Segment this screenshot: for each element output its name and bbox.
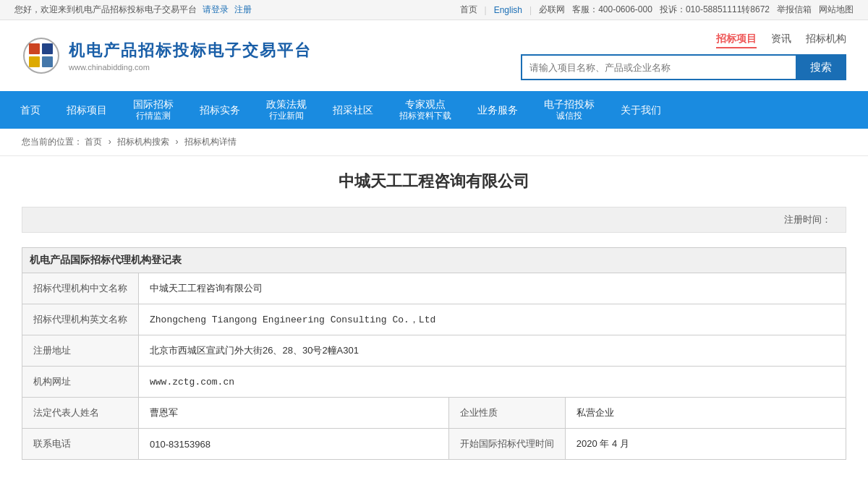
breadcrumb-sep2: ›: [175, 137, 178, 147]
reg-time-bar: 注册时间：: [22, 207, 846, 233]
reg-time-label: 注册时间：: [784, 214, 831, 225]
logo-subtitle: www.chinabidding.com: [69, 63, 312, 72]
label-legal-rep: 法定代表人姓名: [22, 398, 139, 429]
nav-guoji-zhaobiao[interactable]: 国际招标 行情监测: [120, 91, 187, 129]
top-bar-left: 您好，欢迎来到机电产品招标投标电子交易平台 请登录 注册: [14, 4, 252, 16]
breadcrumb: 您当前的位置： 首页 › 招标机构搜索 › 招标机构详情: [0, 129, 868, 156]
nav-yewu-label: 业务服务: [477, 103, 518, 116]
top-bar-right: 首页 | English | 必联网 客服：400-0606-000 投诉：01…: [460, 4, 854, 16]
breadcrumb-search[interactable]: 招标机构搜索: [117, 137, 169, 147]
table-section-header: 机电产品国际招标代理机构登记表: [22, 247, 846, 273]
search-box: 搜索: [521, 54, 846, 80]
nav-dianzi-sub: 诚信投: [556, 111, 582, 122]
info-table: 招标代理机构中文名称 中城天工工程咨询有限公司 招标代理机构英文名称 Zhong…: [22, 273, 846, 460]
svg-rect-4: [42, 56, 53, 67]
nav-guanyu-label: 关于我们: [621, 103, 661, 116]
table-row: 联系电话 010-83153968 开始国际招标代理时间 2020 年 4 月: [22, 429, 846, 460]
register-link[interactable]: 注册: [234, 4, 252, 16]
value-enterprise-type: 私营企业: [565, 398, 846, 429]
company-title: 中城天工工程咨询有限公司: [22, 171, 846, 192]
table-row: 机构网址 www.zctg.com.cn: [22, 367, 846, 398]
nav-zhengce-sub: 行业新闻: [269, 111, 304, 122]
nav-zhaobiao-xiangmu[interactable]: 招标项目: [54, 91, 120, 129]
label-chinese-name: 招标代理机构中文名称: [22, 273, 139, 304]
table-row: 注册地址 北京市西城区宣武门外大街26、28、30号2幢A301: [22, 335, 846, 367]
nav-zhaobiao-xiangmu-label: 招标项目: [67, 103, 107, 116]
nav-home[interactable]: 首页: [7, 91, 54, 129]
divider2: |: [529, 5, 532, 15]
svg-point-0: [24, 38, 59, 73]
label-address: 注册地址: [22, 335, 139, 367]
welcome-text: 您好，欢迎来到机电产品招标投标电子交易平台: [14, 4, 197, 16]
search-tabs: 招标项目 资讯 招标机构: [716, 31, 846, 48]
table-row: 法定代表人姓名 曹恩军 企业性质 私营企业: [22, 398, 846, 429]
nav-zhuanjia-guandian[interactable]: 专家观点 招标资料下载: [386, 91, 464, 129]
breadcrumb-home[interactable]: 首页: [85, 137, 102, 147]
main-content: 中城天工工程咨询有限公司 注册时间： 机电产品国际招标代理机构登记表 招标代理机…: [0, 156, 868, 474]
breadcrumb-sep1: ›: [109, 137, 111, 147]
value-phone: 010-83153968: [139, 429, 449, 460]
divider1: |: [485, 5, 487, 15]
complaint: 投诉：010-58851111转8672: [660, 4, 770, 16]
label-enterprise-type: 企业性质: [448, 398, 565, 429]
search-area: 招标项目 资讯 招标机构 搜索: [521, 31, 846, 80]
nav-zhaocai-shequ[interactable]: 招采社区: [320, 91, 386, 129]
nav-zhuanjia-label: 专家观点: [405, 98, 446, 111]
main-nav: 首页 招标项目 国际招标 行情监测 招标实务 政策法规 行业新闻 招采社区 专家…: [0, 91, 868, 129]
nav-zhengce-fagui[interactable]: 政策法规 行业新闻: [253, 91, 320, 129]
search-input[interactable]: [521, 54, 796, 80]
value-english-name: Zhongcheng Tiangong Engineering Consulti…: [139, 304, 846, 335]
nav-shiwu-label: 招标实务: [200, 103, 240, 116]
nav-zhuanjia-sub: 招标资料下载: [399, 111, 451, 122]
logo-icon: [22, 36, 61, 76]
logo-title: 机电产品招标投标电子交易平台: [69, 40, 312, 61]
label-start-time: 开始国际招标代理时间: [448, 429, 565, 460]
english-link[interactable]: English: [494, 5, 522, 15]
nav-guanyu-women[interactable]: 关于我们: [608, 91, 674, 129]
nav-home-label: 首页: [20, 103, 41, 116]
value-legal-rep: 曹恩军: [139, 398, 449, 429]
tab-zixun[interactable]: 资讯: [771, 31, 791, 48]
tab-zhaobiao-xiangmu[interactable]: 招标项目: [716, 31, 757, 48]
svg-rect-1: [29, 43, 40, 54]
nav-zhaobiao-shiwu[interactable]: 招标实务: [187, 91, 253, 129]
nav-guoji-sub: 行情监测: [136, 111, 171, 122]
home-link[interactable]: 首页: [460, 4, 477, 16]
breadcrumb-label: 您当前的位置：: [22, 137, 82, 147]
breadcrumb-current: 招标机构详情: [184, 137, 237, 147]
tab-zhaobiao-jigou[interactable]: 招标机构: [806, 31, 846, 48]
sitemap-link[interactable]: 网站地图: [819, 4, 854, 16]
value-address: 北京市西城区宣武门外大街26、28、30号2幢A301: [139, 335, 846, 367]
nav-yewu-fuwu[interactable]: 业务服务: [464, 91, 531, 129]
nav-shequ-label: 招采社区: [333, 103, 373, 116]
label-website: 机构网址: [22, 367, 139, 398]
login-link[interactable]: 请登录: [203, 4, 229, 16]
search-button[interactable]: 搜索: [796, 54, 846, 80]
table-row: 招标代理机构英文名称 Zhongcheng Tiangong Engineeri…: [22, 304, 846, 335]
logo-area: 机电产品招标投标电子交易平台 www.chinabidding.com: [22, 36, 312, 76]
nav-guoji-label: 国际招标: [133, 98, 174, 111]
label-phone: 联系电话: [22, 429, 139, 460]
header: 机电产品招标投标电子交易平台 www.chinabidding.com 招标项目…: [0, 20, 868, 91]
label-english-name: 招标代理机构英文名称: [22, 304, 139, 335]
nav-dianzi-zhaotou[interactable]: 电子招投标 诚信投: [531, 91, 608, 129]
svg-rect-2: [42, 43, 53, 54]
value-start-time: 2020 年 4 月: [565, 429, 846, 460]
svg-rect-3: [29, 56, 40, 67]
nav-zhengce-label: 政策法规: [266, 98, 307, 111]
nav-dianzi-label: 电子招投标: [544, 98, 595, 111]
logo-text: 机电产品招标投标电子交易平台 www.chinabidding.com: [69, 40, 312, 72]
value-chinese-name: 中城天工工程咨询有限公司: [139, 273, 846, 304]
bilian-link[interactable]: 必联网: [539, 4, 565, 16]
table-row: 招标代理机构中文名称 中城天工工程咨询有限公司: [22, 273, 846, 304]
report-link[interactable]: 举报信箱: [777, 4, 812, 16]
top-bar: 您好，欢迎来到机电产品招标投标电子交易平台 请登录 注册 首页 | Englis…: [0, 0, 868, 20]
value-website: www.zctg.com.cn: [139, 367, 846, 398]
customer-service: 客服：400-0606-000: [572, 4, 652, 16]
